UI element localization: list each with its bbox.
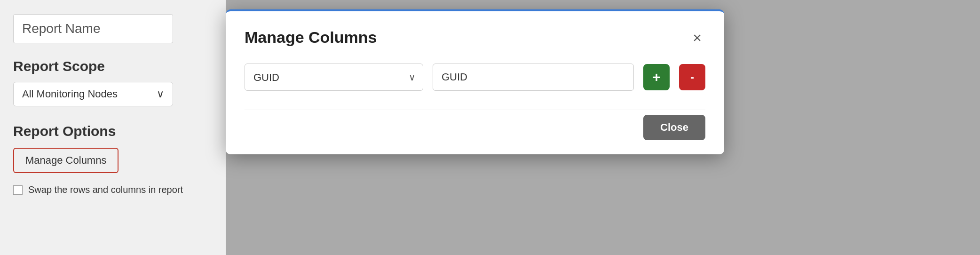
- modal-body: GUID Name IP Address Status Last Seen ∨ …: [245, 64, 705, 91]
- report-scope-heading: Report Scope: [13, 58, 213, 74]
- add-column-button[interactable]: +: [643, 64, 670, 90]
- manage-columns-modal: Manage Columns × GUID Name IP Address St…: [226, 9, 724, 154]
- modal-close-button[interactable]: ×: [689, 30, 705, 45]
- left-panel: Report Name Report Scope All Monitoring …: [0, 0, 226, 255]
- column-type-select-wrapper: GUID Name IP Address Status Last Seen ∨: [245, 64, 423, 91]
- close-modal-button[interactable]: Close: [643, 115, 705, 140]
- modal-title: Manage Columns: [245, 28, 377, 47]
- column-name-input[interactable]: [433, 64, 634, 91]
- report-options-heading: Report Options: [13, 123, 213, 139]
- modal-header: Manage Columns ×: [245, 28, 705, 47]
- modal-footer: Close: [245, 110, 705, 140]
- remove-column-button[interactable]: -: [679, 64, 705, 90]
- scope-dropdown[interactable]: All Monitoring Nodes ∨: [13, 82, 173, 106]
- manage-columns-button[interactable]: Manage Columns: [13, 148, 119, 173]
- column-type-select[interactable]: GUID Name IP Address Status Last Seen: [245, 64, 423, 91]
- swap-rows-label: Swap the rows and columns in report: [28, 184, 183, 195]
- report-name-label: Report Name: [13, 14, 173, 43]
- swap-rows-checkbox[interactable]: [13, 185, 23, 195]
- scope-dropdown-value: All Monitoring Nodes: [22, 88, 118, 100]
- chevron-down-icon: ∨: [157, 88, 164, 100]
- swap-rows-row: Swap the rows and columns in report: [13, 184, 213, 195]
